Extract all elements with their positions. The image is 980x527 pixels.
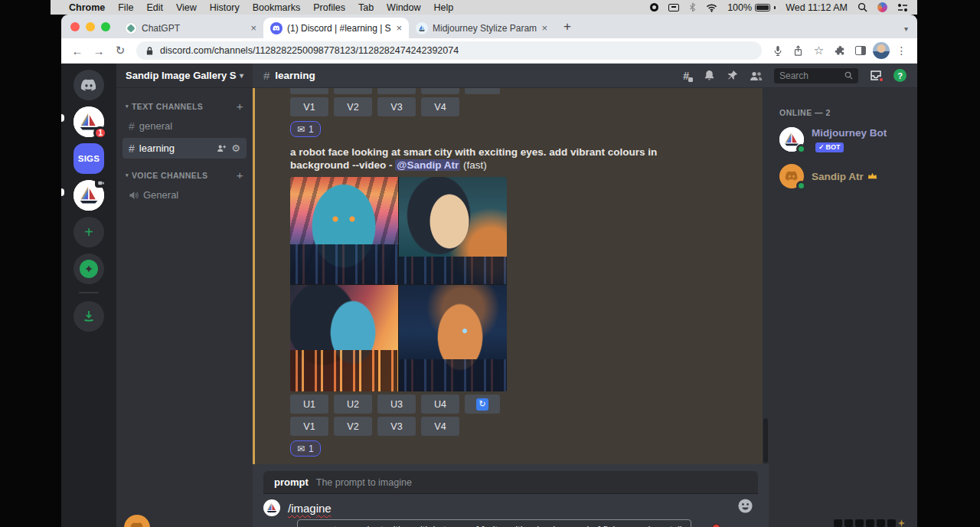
v1-button[interactable]: V1: [290, 417, 328, 436]
user-panel-avatar[interactable]: [124, 515, 150, 527]
v3-button[interactable]: V3: [377, 97, 416, 116]
channel-general[interactable]: # general: [122, 116, 247, 136]
member-row-midjourney-bot[interactable]: Midjourney Bot✓BOT: [779, 126, 911, 152]
u3-button[interactable]: U3: [377, 394, 416, 414]
profile-avatar[interactable]: [871, 41, 890, 61]
menu-item-help[interactable]: Help: [434, 2, 454, 13]
v1-button[interactable]: V1: [290, 97, 328, 116]
reload-button[interactable]: ↻: [110, 41, 130, 61]
menu-app-name[interactable]: Chrome: [69, 2, 105, 13]
u1-button[interactable]: U1: [290, 394, 328, 414]
new-tab-button[interactable]: +: [557, 17, 577, 37]
bookmark-star-icon[interactable]: ☆: [809, 41, 828, 61]
pinned-messages-icon[interactable]: [727, 70, 738, 81]
server-icon-sigs[interactable]: SIGS: [74, 143, 104, 174]
gear-icon[interactable]: ⚙: [231, 143, 240, 153]
discord-home-button[interactable]: [74, 70, 104, 100]
tab-chatgpt[interactable]: ChatGPT ×: [118, 18, 263, 38]
upscale-button-row: U1 U2 U3 U4 ↻: [290, 394, 763, 414]
invite-people-icon[interactable]: [217, 144, 227, 152]
menu-item-bookmarks[interactable]: Bookmarks: [253, 2, 301, 13]
menu-item-history[interactable]: History: [210, 2, 240, 13]
v3-button[interactable]: V3: [377, 417, 416, 436]
screen-record-icon[interactable]: [650, 3, 658, 11]
bluetooth-icon[interactable]: [689, 2, 696, 12]
message-composer: /imagine prompt a plant with multiple ty…: [263, 496, 758, 527]
menu-item-file[interactable]: File: [118, 2, 133, 13]
scrollbar-thumb[interactable]: [763, 418, 768, 463]
v4-button[interactable]: V4: [421, 97, 459, 116]
envelope-reaction[interactable]: ✉ 1: [290, 440, 321, 457]
share-icon[interactable]: [789, 41, 808, 61]
close-window-button[interactable]: [70, 22, 80, 31]
menu-item-profiles[interactable]: Profiles: [313, 2, 345, 13]
create-channel-button[interactable]: +: [237, 100, 243, 112]
menu-item-window[interactable]: Window: [387, 2, 420, 13]
grid-image-3[interactable]: [290, 285, 398, 392]
siri-icon[interactable]: [877, 2, 887, 12]
extensions-icon[interactable]: [830, 41, 849, 61]
spotlight-icon[interactable]: [858, 2, 867, 12]
tab-discord[interactable]: (1) Discord | #learning | Sandi ×: [263, 18, 409, 38]
reroll-button[interactable]: ↻: [465, 394, 500, 414]
member-list-icon[interactable]: [750, 70, 763, 81]
tab-close-icon[interactable]: ×: [541, 22, 547, 34]
tab-search-chevron-icon[interactable]: ▾: [904, 25, 908, 33]
grid-image-4[interactable]: [399, 285, 507, 392]
u2-button[interactable]: U2: [334, 394, 372, 414]
user-mention[interactable]: @Sandip Atr: [395, 159, 460, 171]
back-button[interactable]: ←: [67, 41, 87, 61]
server-icon-sail-2[interactable]: [74, 180, 104, 211]
member-name: Sandip Atr: [812, 171, 864, 182]
display-icon[interactable]: [668, 4, 679, 11]
minimize-window-button[interactable]: [86, 22, 95, 31]
notifications-bell-icon[interactable]: [704, 70, 715, 81]
server-icon-sail-1[interactable]: 1: [74, 106, 104, 137]
envelope-reaction[interactable]: ✉ 1: [290, 121, 321, 137]
emoji-picker-button[interactable]: [737, 498, 753, 514]
control-center-icon[interactable]: [897, 3, 908, 12]
wifi-icon[interactable]: [706, 3, 717, 12]
tab-close-icon[interactable]: ×: [396, 22, 402, 34]
menubar-clock[interactable]: Wed 11:12 AM: [786, 2, 848, 13]
side-panel-icon[interactable]: [851, 41, 870, 61]
grid-image-2[interactable]: [399, 177, 507, 284]
zoom-window-button[interactable]: [101, 22, 110, 31]
help-icon[interactable]: ?: [893, 69, 906, 82]
v2-button[interactable]: V2: [334, 97, 372, 116]
u4-button[interactable]: U4: [421, 394, 459, 414]
voice-channel-general[interactable]: General: [122, 185, 247, 205]
forward-button[interactable]: →: [89, 41, 109, 61]
threads-icon[interactable]: #: [683, 70, 692, 82]
grid-image-1[interactable]: [290, 177, 398, 284]
channel-learning[interactable]: # learning ⚙: [122, 138, 247, 159]
category-voice-channels[interactable]: ▾ VOICE CHANNELS +: [122, 169, 247, 181]
hash-icon: #: [263, 69, 270, 82]
slash-command-autocomplete[interactable]: prompt The prompt to imagine: [263, 471, 758, 494]
server-header[interactable]: Sandip Image Gallery Se... ▾: [116, 64, 253, 88]
inbox-icon[interactable]: [870, 70, 882, 81]
battery-indicator[interactable]: 100%: [727, 2, 776, 13]
chat-scrollbar[interactable]: [763, 88, 769, 464]
menu-item-tab[interactable]: Tab: [358, 2, 374, 13]
prompt-input-field[interactable]: prompt a plant with multiple types of fr…: [297, 519, 691, 527]
tab-close-icon[interactable]: ×: [250, 22, 256, 34]
online-status-dot: [796, 181, 806, 191]
midjourney-image-grid[interactable]: [290, 177, 507, 391]
member-row-sandip-atr[interactable]: Sandip Atr: [779, 163, 911, 189]
explore-servers-button[interactable]: [74, 254, 104, 284]
voice-search-icon[interactable]: [768, 41, 787, 61]
add-server-button[interactable]: +: [74, 217, 104, 247]
menu-item-edit[interactable]: Edit: [146, 2, 163, 13]
download-apps-button[interactable]: [74, 301, 104, 332]
create-channel-button[interactable]: +: [237, 169, 243, 181]
slash-command[interactable]: /imagine: [288, 502, 332, 515]
menu-item-view[interactable]: View: [176, 2, 197, 13]
search-input[interactable]: Search: [774, 68, 858, 83]
browser-menu-icon[interactable]: ⋮: [892, 41, 911, 61]
category-text-channels[interactable]: ▾ TEXT CHANNELS +: [122, 100, 247, 112]
v4-button[interactable]: V4: [421, 417, 459, 436]
v2-button[interactable]: V2: [334, 417, 372, 436]
address-bar[interactable]: discord.com/channels/1128282250098778123…: [136, 41, 762, 60]
tab-midjourney-docs[interactable]: Midjourney Stylize Parameter ×: [409, 18, 554, 38]
